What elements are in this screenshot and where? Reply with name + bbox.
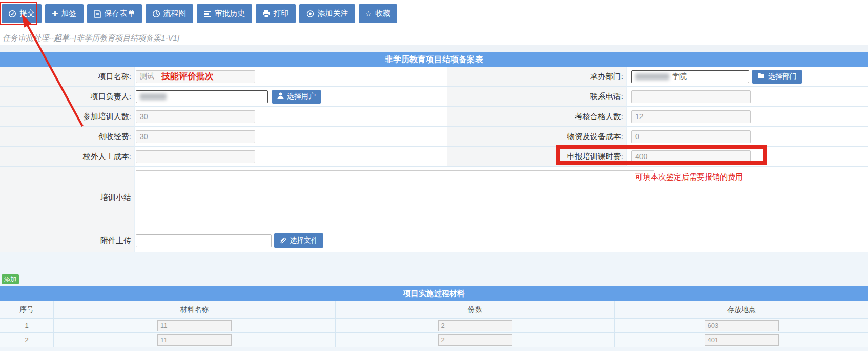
print-button[interactable]: 打印 (256, 4, 296, 23)
form-title: 非学历教育项目结项备案表 (0, 52, 868, 67)
material-location-input[interactable] (705, 320, 779, 331)
leader-input[interactable] (136, 90, 268, 103)
submit-button[interactable]: 提交 (2, 4, 42, 23)
material-copies-input[interactable] (438, 334, 512, 346)
row-no: 1 (0, 319, 54, 333)
external-labor-cost-label: 校外人工成本: (0, 147, 135, 167)
materials-title: 项目实施过程材料 (0, 286, 868, 301)
plus-icon: ✚ (52, 10, 58, 17)
attachment-input[interactable] (136, 234, 272, 247)
flowchart-button[interactable]: 流程图 (146, 4, 193, 23)
flowchart-icon (152, 10, 160, 18)
redacted-value (635, 73, 669, 80)
form-row: 培训小结 (0, 167, 868, 229)
material-cost-input[interactable] (631, 130, 751, 143)
form-row: 项目名称: 承办部门: 学院 选择部门 (0, 67, 868, 87)
breadcrumb: 任务审批处理--起草--[非学历教育项目结项备案1-V1] (0, 31, 868, 45)
column-header-copies: 份数 (336, 301, 615, 319)
column-header-no: 序号 (0, 301, 54, 319)
department-input[interactable]: 学院 (631, 70, 749, 83)
attachment-label: 附件上传 (0, 229, 135, 252)
toolbar: 提交 ✚ 加签 保存表单 流程图 审批历史 打印 添加关注 ☆ 收藏 (0, 0, 868, 23)
revenue-input[interactable] (136, 130, 255, 143)
eye-icon (306, 10, 315, 17)
material-name-input[interactable] (157, 320, 232, 331)
select-file-button[interactable]: 选择文件 (274, 233, 323, 248)
form-row: 附件上传 选择文件 (0, 229, 868, 252)
save-form-icon (94, 10, 101, 18)
class-fee-input[interactable] (631, 150, 751, 163)
select-user-button[interactable]: 选择用户 (272, 90, 321, 104)
form-row: 参加培训人数: 考核合格人数: (0, 107, 868, 127)
favorite-button[interactable]: ☆ 收藏 (359, 4, 397, 23)
materials-section: 添加 项目实施过程材料 序号 材料名称 份数 存放地点 1 2 (0, 252, 868, 351)
approval-history-button[interactable]: 审批历史 (197, 4, 252, 23)
person-icon (277, 92, 284, 101)
divider-band (0, 45, 868, 52)
table-row: 2 (0, 333, 868, 347)
project-name-label: 项目名称: (0, 67, 135, 87)
revenue-label: 创收经费: (0, 127, 135, 147)
material-name-input[interactable] (157, 334, 232, 346)
trainees-input[interactable] (136, 110, 255, 123)
material-copies-input[interactable] (438, 320, 512, 331)
add-material-button[interactable]: 添加 (2, 274, 19, 284)
summary-textarea[interactable] (136, 170, 654, 223)
trainees-label: 参加培训人数: (0, 107, 135, 127)
star-icon: ☆ (365, 10, 372, 17)
department-label: 承办部门: (447, 67, 627, 87)
summary-label: 培训小结 (0, 167, 135, 229)
column-header-name: 材料名称 (54, 301, 336, 319)
external-labor-cost-input[interactable] (136, 150, 255, 163)
printer-icon (262, 10, 271, 17)
phone-input[interactable] (631, 90, 751, 103)
material-location-input[interactable] (705, 334, 779, 346)
select-department-button[interactable]: 选择部门 (752, 70, 802, 84)
folder-icon (757, 72, 765, 81)
add-follow-button[interactable]: 添加关注 (299, 4, 355, 23)
material-cost-label: 物资及设备成本: (447, 127, 627, 147)
materials-header-row: 序号 材料名称 份数 存放地点 (0, 301, 868, 319)
save-form-button[interactable]: 保存表单 (87, 4, 142, 23)
paperclip-icon (279, 236, 286, 245)
qualified-label: 考核合格人数: (447, 107, 627, 127)
form-row: 创收经费: 物资及设备成本: (0, 127, 868, 147)
form-row: 项目负责人: 选择用户 联系电话: (0, 87, 868, 107)
table-row: 1 (0, 319, 868, 333)
form-row: 校外人工成本: 申报培训课时费: (0, 147, 868, 167)
phone-label: 联系电话: (447, 87, 627, 107)
row-no: 2 (0, 333, 54, 347)
approval-history-icon (203, 10, 212, 17)
add-sign-button[interactable]: ✚ 加签 (45, 4, 84, 23)
project-name-input[interactable] (136, 70, 255, 83)
redacted-value (140, 93, 167, 100)
class-fee-label: 申报培训课时费: (447, 147, 627, 167)
column-header-location: 存放地点 (615, 301, 868, 319)
leader-label: 项目负责人: (0, 87, 135, 107)
submit-circle-icon (8, 10, 16, 18)
qualified-input[interactable] (631, 110, 751, 123)
